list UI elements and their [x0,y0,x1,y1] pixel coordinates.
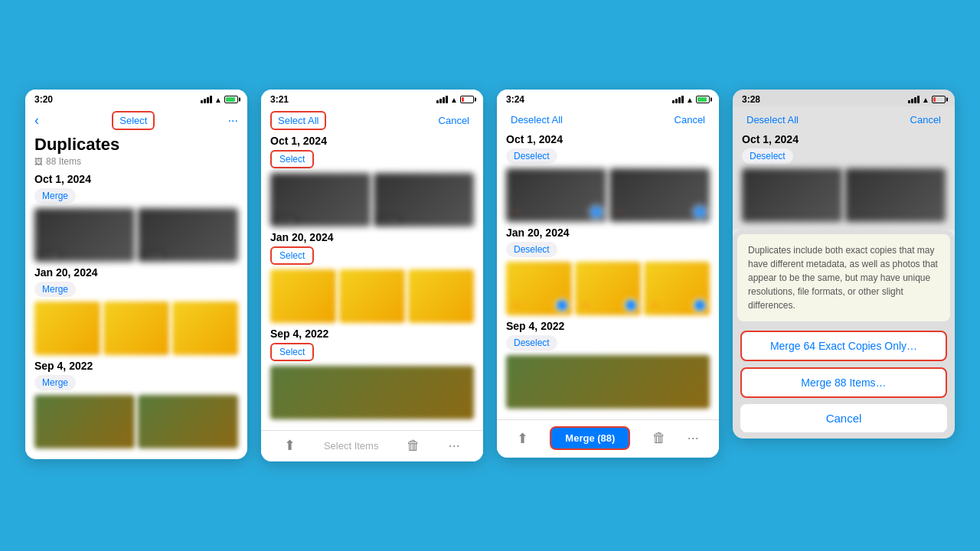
screen4-time: 3:28 [742,94,760,105]
date-label-1: Oct 1, 2024 [34,173,238,185]
date-section-2: Jan 20, 2024 Merge [34,266,238,355]
page-title: Duplicates [34,135,238,155]
arrow-icon: → [648,298,659,311]
merge-all-button[interactable]: Merge 88 Items… [740,367,947,398]
deselect-btn-s3-2[interactable]: Deselect [506,242,557,257]
date-label-s3-2: Jan 20, 2024 [506,227,710,239]
select-btn-s2-3[interactable]: Select [270,343,314,361]
photo-thumb: 170 KB [138,208,238,262]
wifi-icon: ▲ [686,96,694,104]
photo-thumb [270,366,474,419]
date-section-s3-3: Sep 4, 2022 Deselect [506,320,710,409]
date-label-s2-3: Sep 4, 2022 [270,328,474,340]
screen1-status-icons: ▲ [201,96,238,104]
select-items-label: Select Items [324,440,379,452]
photo-thumb [845,168,946,222]
deselect-btn-s4-1[interactable]: Deselect [742,148,793,164]
photo-size: 170 KB [140,252,165,260]
battery-fill [697,97,707,102]
date-section-s3-1: Oct 1, 2024 Deselect → ✓ → ✓ [506,133,710,222]
photo-thumb [270,269,336,323]
cancel-button[interactable]: Cancel [434,112,474,129]
photo-thumb [172,302,238,355]
photo-thumb [34,302,100,355]
battery-icon [696,96,710,103]
check-icon: ✓ [693,205,707,219]
cancel-action-button[interactable]: Cancel [740,404,947,432]
merge-count-button[interactable]: Merge (88) [550,426,630,450]
trash-button[interactable]: 🗑 [407,438,420,454]
date-section-1: Oct 1, 2024 Merge 170 KB 170 KB [34,173,238,262]
wifi-icon: ▲ [922,96,929,104]
photo-row-s4-1 [742,168,946,222]
page-subtitle: 88 Items [34,156,238,167]
select-btn-s2-1[interactable]: Select [270,150,314,168]
screen2-status-bar: 3:21 ▲ [261,90,483,106]
cancel-button[interactable]: Cancel [906,111,946,129]
signal-icon [201,96,212,103]
more-toolbar-button[interactable]: ··· [449,438,460,454]
photo-thumb [408,269,474,323]
screen2-time: 3:21 [270,94,289,105]
screen2: 3:21 ▲ Select All Cancel Oct 1, 2024 Sel… [261,90,483,461]
tooltip-text: Duplicates include both exact copies tha… [748,245,938,311]
check-icon: ✓ [590,205,603,219]
deselect-btn-s3-3[interactable]: Deselect [506,335,557,350]
wifi-icon: ▲ [450,96,458,104]
photo-thumb: 170 KB [270,173,371,227]
photo-row-s2-3 [270,366,474,419]
merge-btn-1[interactable]: Merge [34,188,76,204]
share-button[interactable]: ⬆ [517,430,528,447]
photo-thumb: → ✓ [644,262,710,315]
select-all-button[interactable]: Select All [270,111,326,130]
date-label-s2-1: Oct 1, 2024 [270,135,474,147]
merge-exact-button[interactable]: Merge 64 Exact Copies Only… [740,331,947,361]
merge-btn-2[interactable]: Merge [34,282,76,297]
screen4-nav: Deselect All Cancel [733,106,955,133]
screen3-nav: Deselect All Cancel [497,106,719,133]
screen3-time: 3:24 [506,94,524,105]
battery-fill [933,97,936,102]
photo-thumb: 170 KB [374,173,474,227]
screen1: 3:20 ▲ ‹ Select ··· Duplicates 88 Items … [25,90,247,459]
screen2-nav: Select All Cancel [261,106,483,135]
photo-size: 170 KB [273,217,297,225]
date-section-s2-2: Jan 20, 2024 Select [270,231,474,323]
screen3: 3:24 ▲ Deselect All Cancel Oct 1, 2024 D… [497,90,719,458]
check-icon: ✓ [624,298,638,312]
screen2-content: Oct 1, 2024 Select 170 KB 170 KB Jan 20,… [261,135,483,430]
date-label-s3-1: Oct 1, 2024 [506,133,710,145]
screen4-status-icons: ▲ [908,96,946,104]
cancel-button[interactable]: Cancel [670,111,710,129]
select-btn-s2-2[interactable]: Select [270,246,314,265]
deselect-all-button[interactable]: Deselect All [506,111,567,129]
trash-button[interactable]: 🗑 [652,430,666,446]
photo-row-s2-1: 170 KB 170 KB [270,173,474,227]
select-button[interactable]: Select [112,111,155,130]
photo-row-3 [34,395,238,448]
screen4-top-content: Oct 1, 2024 Deselect [733,133,955,230]
deselect-all-button[interactable]: Deselect All [742,111,803,129]
action-list: Merge 64 Exact Copies Only… Merge 88 Ite… [733,326,955,439]
photo-size: 170 KB [37,252,61,260]
screen3-bottom-toolbar: ⬆ Merge (88) 🗑 ··· [497,419,719,458]
merge-btn-3[interactable]: Merge [34,375,76,390]
screen3-content: Oct 1, 2024 Deselect → ✓ → ✓ Jan 20, 202… [497,133,719,419]
more-toolbar-button[interactable]: ··· [688,430,699,446]
screenshots-container: 3:20 ▲ ‹ Select ··· Duplicates 88 Items … [10,74,970,477]
photo-row-s2-2 [270,269,474,323]
photo-size: 170 KB [376,217,400,225]
date-label-s4-1: Oct 1, 2024 [742,133,946,145]
share-button[interactable]: ⬆ [284,437,296,454]
photo-thumb [103,302,169,355]
wifi-icon: ▲ [214,96,222,104]
photo-row-1: 170 KB 170 KB [34,208,238,262]
photo-thumb [742,168,842,222]
deselect-btn-s3-1[interactable]: Deselect [506,148,557,164]
check-icon: ✓ [693,298,707,312]
date-section-s2-3: Sep 4, 2022 Select [270,328,474,419]
back-button[interactable]: ‹ [34,112,39,129]
screen3-status-bar: 3:24 ▲ [497,90,719,106]
more-button[interactable]: ··· [228,114,238,128]
arrow-icon: → [511,298,521,311]
